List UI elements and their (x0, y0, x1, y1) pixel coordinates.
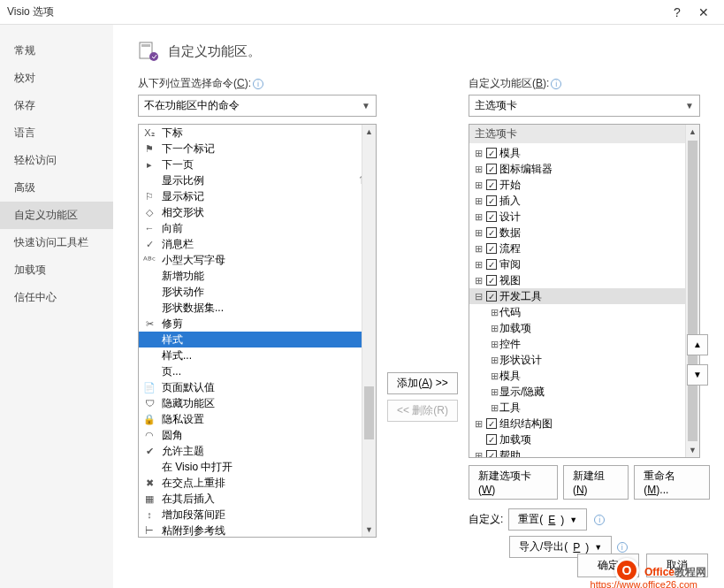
expand-icon[interactable]: ⊞ (473, 418, 484, 430)
command-item[interactable]: ✓消息栏 (139, 236, 376, 252)
move-up-button[interactable]: ▲ (687, 334, 708, 355)
tree-item[interactable]: ⊞代码 (469, 304, 699, 320)
scroll-thumb[interactable] (688, 141, 697, 441)
scrollbar[interactable]: ▲ ▼ (362, 125, 376, 537)
tree-checkbox[interactable] (486, 243, 497, 254)
expand-icon[interactable]: ⊞ (489, 370, 499, 382)
tree-item[interactable]: ⊞组织结构图 (469, 416, 699, 431)
scroll-down-button[interactable]: ▼ (686, 443, 699, 457)
info-icon[interactable]: i (253, 79, 263, 89)
help-button[interactable]: ? (664, 5, 690, 19)
info-icon[interactable]: i (617, 542, 628, 553)
command-item[interactable]: 在 Visio 中打开 (139, 459, 376, 475)
tree-item[interactable]: ⊞设计 (469, 209, 699, 225)
command-item[interactable]: 形状动作▸ (139, 284, 376, 300)
expand-icon[interactable]: ⊞ (489, 402, 499, 414)
expand-icon[interactable]: ⊞ (473, 211, 484, 223)
tree-item[interactable]: ⊞显示/隐藏 (469, 384, 699, 400)
tree-item[interactable]: ⊞流程 (469, 241, 699, 256)
expand-icon[interactable]: ⊞ (489, 307, 499, 318)
tree-checkbox[interactable] (486, 450, 497, 458)
move-down-button[interactable]: ▼ (687, 364, 708, 386)
command-item[interactable]: 🔒隐私设置 (139, 411, 376, 427)
info-icon[interactable]: i (551, 79, 561, 89)
commands-from-dropdown[interactable]: 不在功能区中的命令▼ (138, 95, 377, 117)
tree-item[interactable]: ⊞审阅 (469, 256, 699, 272)
command-item[interactable]: X₂下标 (139, 125, 376, 141)
tree-item[interactable]: 加载项 (469, 431, 699, 447)
command-item[interactable]: ↕增加段落间距 (139, 507, 376, 523)
command-item[interactable]: ←向前 (139, 220, 376, 236)
tree-item[interactable]: ⊟开发工具 (469, 288, 699, 304)
tree-item[interactable]: ⊞加载项 (469, 320, 699, 336)
command-item[interactable]: 📄页面默认值 (139, 379, 376, 395)
tree-item[interactable]: ⊞模具 (469, 368, 699, 384)
tree-checkbox[interactable] (486, 164, 497, 174)
ribbon-dropdown[interactable]: 主选项卡▼ (469, 95, 700, 117)
expand-icon[interactable]: ⊞ (473, 148, 484, 159)
command-item[interactable]: ▦在其后插入 (139, 491, 376, 507)
expand-icon[interactable]: ⊞ (473, 450, 484, 459)
tree-checkbox[interactable] (486, 195, 497, 206)
scrollbar[interactable]: ▲ ▼ (685, 125, 699, 457)
rename-button[interactable]: 重命名(M)... (634, 465, 710, 500)
tree-item[interactable]: ⊞插入 (469, 193, 699, 209)
command-item[interactable]: ◇相交形状 (139, 204, 376, 220)
expand-icon[interactable]: ⊞ (489, 386, 499, 398)
command-item[interactable]: 页...▸ (139, 363, 376, 379)
expand-icon[interactable]: ⊞ (489, 355, 499, 366)
tree-checkbox[interactable] (486, 211, 497, 222)
command-item[interactable]: ✖在交点上重排 (139, 475, 376, 491)
sidebar-item-3[interactable]: 语言 (0, 119, 113, 147)
tree-item[interactable]: ⊞模具 (469, 145, 699, 161)
scroll-up-button[interactable]: ▲ (686, 125, 699, 139)
tree-checkbox[interactable] (486, 291, 497, 302)
command-item[interactable]: ◠圆角 (139, 427, 376, 443)
command-item[interactable]: 🛡隐藏功能区 (139, 395, 376, 411)
tree-checkbox[interactable] (486, 179, 497, 190)
collapse-icon[interactable]: ⊟ (473, 291, 484, 302)
scroll-thumb[interactable] (364, 386, 374, 439)
scroll-up-button[interactable]: ▲ (362, 125, 376, 139)
commands-listbox[interactable]: X₂下标⚑下一个标记▸下一页显示比例⇅⚐显示标记◇相交形状←向前✓消息栏ᴬᴮᶜ小… (138, 124, 377, 538)
new-group-button[interactable]: 新建组(N) (563, 465, 629, 500)
command-item[interactable]: ⚑下一个标记 (139, 141, 376, 157)
tree-item[interactable]: ⊞视图 (469, 272, 699, 288)
command-item[interactable]: 样式▸ (139, 332, 376, 347)
scroll-down-button[interactable]: ▼ (362, 523, 376, 537)
sidebar-item-5[interactable]: 高级 (0, 174, 113, 202)
info-icon[interactable]: i (594, 515, 605, 525)
tree-item[interactable]: ⊞工具 (469, 400, 699, 416)
expand-icon[interactable]: ⊞ (473, 275, 484, 286)
expand-icon[interactable]: ⊞ (473, 259, 484, 271)
tree-checkbox[interactable] (486, 418, 497, 429)
expand-icon[interactable]: ⊞ (473, 227, 484, 239)
tree-checkbox[interactable] (486, 434, 497, 445)
close-button[interactable]: ✕ (690, 5, 717, 19)
sidebar-item-0[interactable]: 常规 (0, 37, 113, 65)
tree-checkbox[interactable] (486, 275, 497, 286)
tree-item[interactable]: ⊞形状设计 (469, 352, 699, 368)
new-tab-button[interactable]: 新建选项卡(W) (469, 465, 558, 500)
sidebar-item-2[interactable]: 保存 (0, 92, 113, 119)
expand-icon[interactable]: ⊞ (473, 179, 484, 191)
tree-item[interactable]: ⊞控件 (469, 336, 699, 352)
expand-icon[interactable]: ⊞ (489, 339, 499, 350)
expand-icon[interactable]: ⊞ (473, 195, 484, 207)
command-item[interactable]: 显示比例⇅ (139, 172, 376, 188)
expand-icon[interactable]: ⊞ (473, 243, 484, 255)
tree-checkbox[interactable] (486, 148, 497, 158)
command-item[interactable]: 样式... (139, 347, 376, 363)
sidebar-item-1[interactable]: 校对 (0, 65, 113, 92)
sidebar-item-7[interactable]: 快速访问工具栏 (0, 229, 113, 256)
command-item[interactable]: 形状数据集... (139, 300, 376, 316)
expand-icon[interactable]: ⊞ (473, 164, 484, 175)
tree-item[interactable]: ⊞数据 (469, 225, 699, 241)
command-item[interactable]: ᴬᴮᶜ小型大写字母 (139, 252, 376, 268)
command-item[interactable]: ✔允许主题 (139, 443, 376, 459)
ribbon-tree[interactable]: 主选项卡 ⊞模具⊞图标编辑器⊞开始⊞插入⊞设计⊞数据⊞流程⊞审阅⊞视图⊟开发工具… (469, 124, 700, 458)
tree-checkbox[interactable] (486, 227, 497, 238)
command-item[interactable]: ⊢粘附到参考线 (139, 523, 376, 537)
command-item[interactable]: 新增功能 (139, 268, 376, 284)
expand-icon[interactable]: ⊞ (489, 323, 499, 334)
